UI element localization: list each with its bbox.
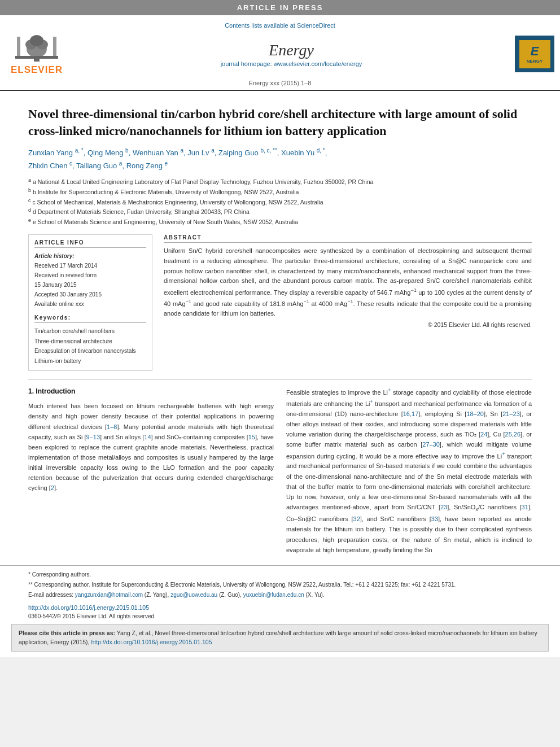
- journal-name: Energy: [68, 41, 515, 59]
- citation-text: Energy xxx (2015) 1–8: [249, 80, 312, 86]
- ref-1-8[interactable]: 1–8: [107, 423, 117, 430]
- ref-14[interactable]: 14: [144, 434, 151, 440]
- kw-2: Encapsulation of tin/carbon nanocrystals: [34, 348, 136, 354]
- banner-text: ARTICLE IN PRESS: [237, 3, 323, 12]
- email1-link[interactable]: yangzunxian@hotmail.com: [75, 592, 143, 598]
- ref-32[interactable]: 32: [353, 516, 360, 522]
- received-revised-label: Received in revised form: [34, 272, 97, 278]
- svg-rect-7: [15, 56, 58, 59]
- article-info-box: ARTICLE INFO Article history: Received 1…: [28, 234, 152, 371]
- history-heading: Article history:: [34, 253, 75, 259]
- authors-text: Zunxian Yang a, *, Qing Meng b, Wenhuan …: [28, 148, 327, 170]
- authors-line: Zunxian Yang a, *, Qing Meng b, Wenhuan …: [28, 146, 532, 172]
- contents-text: Contents lists available at: [225, 22, 295, 29]
- email3-link[interactable]: yuxuebin@fudan.edu.cn: [243, 592, 304, 598]
- received: Received 17 March 2014: [34, 263, 97, 269]
- intro-left-para1: Much interest has been focused on lithiu…: [28, 401, 274, 493]
- email-label: E-mail addresses:: [28, 592, 73, 598]
- received-revised-date: 15 January 2015: [34, 282, 77, 288]
- kw-1: Three-dimensional architecture: [34, 338, 112, 344]
- journal-center: Energy journal homepage: www.elsevier.co…: [68, 41, 515, 67]
- citation-box: Please cite this article in press as: Ya…: [11, 624, 549, 652]
- citation-box-text: Please cite this article in press as: Ya…: [19, 630, 537, 645]
- intro-right-col: Feasible strategies to improve the Li+ s…: [286, 386, 532, 559]
- sciencedirect-link[interactable]: ScienceDirect: [297, 22, 335, 29]
- logo-inner: E NERGY: [519, 40, 550, 68]
- intro-right-para1: Feasible strategies to improve the Li+ s…: [286, 386, 532, 554]
- affiliations: a a National & Local United Engineering …: [28, 177, 532, 227]
- journal-homepage: journal homepage: www.elsevier.com/locat…: [68, 60, 515, 67]
- fn-corresponding1: * Corresponding authors.: [28, 570, 532, 579]
- email3-name: (X. Yu).: [306, 592, 325, 598]
- elsevier-logo: ELSEVIER: [6, 32, 68, 76]
- section-divider: [28, 379, 532, 379]
- ref-18-20[interactable]: 18–20: [466, 410, 484, 417]
- logo-e-letter: E: [531, 44, 539, 59]
- intro-section-title: 1. Introduction: [28, 386, 274, 397]
- header-citation-line: Energy xxx (2015) 1–8: [0, 78, 560, 90]
- svg-rect-6: [53, 37, 56, 56]
- homepage-url[interactable]: www.elsevier.com/locate/energy: [274, 60, 362, 67]
- abstract-copyright: © 2015 Elsevier Ltd. All rights reserved…: [164, 321, 532, 328]
- affil-a: a a National & Local United Engineering …: [28, 178, 373, 185]
- article-in-press-banner: ARTICLE IN PRESS: [0, 0, 560, 15]
- introduction-section: 1. Introduction Much interest has been f…: [28, 386, 532, 559]
- affil-e: e e School of Materials Science and Engi…: [28, 219, 298, 225]
- abstract-heading: ABSTRACT: [164, 234, 532, 243]
- affil-b: b b Institute for Superconducting & Elec…: [28, 189, 299, 195]
- doi-link[interactable]: http://dx.doi.org/10.1016/j.energy.2015.…: [28, 604, 149, 611]
- affil-c: c c School of Mechanical, Materials & Me…: [28, 199, 323, 206]
- fn-email-line: E-mail addresses: yangzunxian@hotmail.co…: [28, 591, 532, 600]
- email1-name: (Z. Yang),: [145, 592, 169, 598]
- elsevier-tree-svg: [14, 32, 59, 63]
- intro-left-col: 1. Introduction Much interest has been f…: [28, 386, 274, 559]
- journal-title-row: ELSEVIER Energy journal homepage: www.el…: [0, 30, 560, 78]
- keywords-heading: Keywords:: [34, 314, 146, 323]
- citation-doi-link[interactable]: http://dx.doi.org/10.1016/j.energy.2015.…: [91, 639, 212, 645]
- ref-31[interactable]: 31: [522, 504, 528, 510]
- header-contents-line: Contents lists available at ScienceDirec…: [0, 20, 560, 30]
- ref-2[interactable]: 2: [51, 484, 54, 491]
- ref-16-17[interactable]: 16,17: [403, 410, 419, 417]
- article-info-heading: ARTICLE INFO: [34, 239, 146, 248]
- keywords-section: Keywords: Tin/carbon core/shell nanofibe…: [34, 314, 146, 366]
- ref-25-26[interactable]: 25,26: [505, 431, 521, 438]
- kw-0: Tin/carbon core/shell nanofibers: [34, 328, 115, 334]
- ref-9-13[interactable]: 9–13: [86, 434, 100, 440]
- ref-23b[interactable]: 23: [440, 504, 447, 510]
- ref-33[interactable]: 33: [431, 516, 438, 522]
- main-content: Novel three-dimensional tin/carbon hybri…: [0, 91, 560, 565]
- copyright-footer: 0360-5442/© 2015 Elsevier Ltd. All right…: [0, 612, 560, 624]
- affil-d: d d Department of Materials Science, Fud…: [28, 208, 250, 215]
- homepage-label: journal homepage:: [221, 60, 272, 67]
- fn-corresponding2: ** Corresponding author. Institute for S…: [28, 580, 532, 589]
- doi-line: http://dx.doi.org/10.1016/j.energy.2015.…: [0, 603, 560, 612]
- article-title: Novel three-dimensional tin/carbon hybri…: [28, 106, 532, 139]
- logo-label: NERGY: [527, 59, 542, 64]
- elsevier-label: ELSEVIER: [11, 64, 63, 76]
- journal-logo-right: E NERGY: [515, 36, 554, 72]
- footnotes-area: * Corresponding authors. ** Correspondin…: [0, 565, 560, 603]
- available: Available online xxx: [34, 301, 84, 307]
- abstract-text: Uniform Sn/C hybrid core/shell nanocompo…: [164, 246, 532, 318]
- citation-box-strong: Please cite this article in press as:: [19, 630, 115, 636]
- kw-3: Lithium-ion battery: [34, 358, 81, 364]
- ref-21-23[interactable]: 21–23: [502, 410, 520, 417]
- article-history: Article history: Received 17 March 2014 …: [34, 251, 146, 309]
- journal-header: Contents lists available at ScienceDirec…: [0, 15, 560, 91]
- email2-name: (Z. Guo),: [219, 592, 242, 598]
- email2-link[interactable]: zguo@uow.edu.au: [170, 592, 217, 598]
- svg-point-4: [30, 35, 43, 46]
- page: ARTICLE IN PRESS Contents lists availabl…: [0, 0, 560, 657]
- abstract-col: ABSTRACT Uniform Sn/C hybrid core/shell …: [164, 234, 532, 371]
- ref-24[interactable]: 24: [480, 431, 487, 438]
- ref-15[interactable]: 15: [248, 434, 255, 440]
- ref-27-30[interactable]: 27–30: [422, 441, 440, 448]
- article-info-abstract-row: ARTICLE INFO Article history: Received 1…: [28, 234, 532, 371]
- keywords-list: Tin/carbon core/shell nanofibers Three-d…: [34, 326, 146, 366]
- accepted: Accepted 30 January 2015: [34, 291, 102, 298]
- svg-rect-5: [17, 37, 20, 56]
- article-info-col: ARTICLE INFO Article history: Received 1…: [28, 234, 152, 371]
